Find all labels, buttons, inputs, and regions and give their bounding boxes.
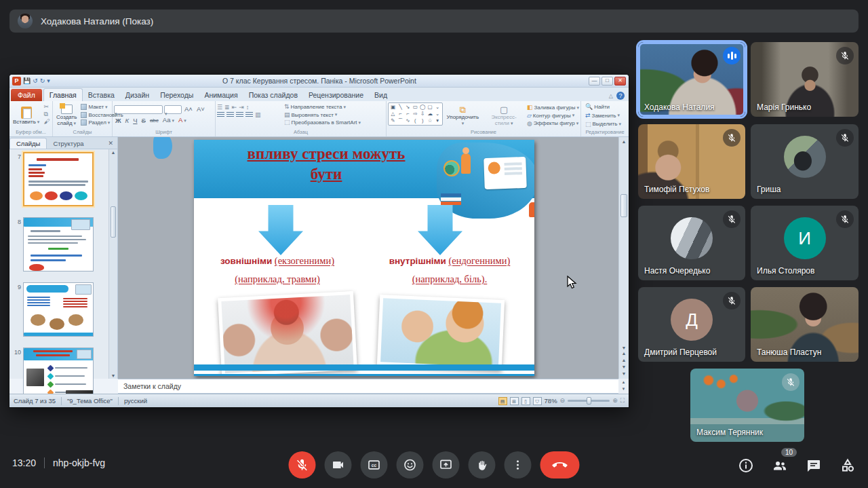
- raise-hand-button[interactable]: [469, 451, 496, 478]
- copy-icon[interactable]: ⧉: [43, 111, 50, 117]
- previous-slide-icon[interactable]: ▲▲: [619, 350, 629, 364]
- tab-view[interactable]: Вид: [369, 89, 393, 101]
- minimize-button[interactable]: —: [589, 77, 600, 86]
- participant-tile-grisha[interactable]: Гриша: [751, 124, 859, 199]
- justify-icon[interactable]: [245, 112, 253, 118]
- participants-button[interactable]: 10: [772, 457, 788, 474]
- scroll-up-icon[interactable]: ▲: [619, 138, 629, 145]
- tab-animations[interactable]: Анимация: [199, 89, 243, 101]
- text-direction-button[interactable]: ⇅Направление текста: [284, 104, 361, 111]
- tab-file[interactable]: Файл: [11, 89, 42, 101]
- align-center-icon[interactable]: [226, 112, 234, 118]
- tab-insert[interactable]: Вставка: [83, 89, 120, 101]
- ppt-titlebar[interactable]: P 💾 ↺ ↻ ▾ О 7 клас Керування стресом. Па…: [9, 75, 629, 88]
- meeting-details-button[interactable]: [738, 457, 754, 474]
- more-options-button[interactable]: [505, 451, 532, 478]
- fit-to-window-icon[interactable]: ⛶: [620, 398, 625, 404]
- underline-button[interactable]: Ч: [132, 116, 138, 126]
- pane-tab-slides[interactable]: Слайды: [9, 138, 47, 149]
- next-slide-icon[interactable]: ▼▼: [619, 364, 629, 377]
- participant-tile-maria[interactable]: Марія Гринько: [751, 42, 859, 117]
- presenter-banner[interactable]: Ходакова Наталия (Показ): [9, 10, 859, 33]
- notes-scrollbar[interactable]: ▲▼: [618, 379, 629, 394]
- shapes-gallery[interactable]: ▣╲↘▭◯▢⌄ △⌐⌐⇨⇩☁⌄ ✎⌒∿()☆▾: [388, 102, 443, 126]
- tab-design[interactable]: Дизайн: [120, 89, 155, 101]
- font-size-combo[interactable]: [164, 105, 182, 114]
- shape-outline-button[interactable]: ▱Контур фигуры: [527, 113, 579, 119]
- participant-tile-tymofiy[interactable]: Тимофій Пєтухов: [638, 124, 745, 199]
- smartart-button[interactable]: ⬚Преобразовать в SmartArt: [284, 119, 361, 126]
- scroll-down-icon[interactable]: ▼: [109, 373, 117, 378]
- font-name-combo[interactable]: [114, 105, 163, 114]
- minimize-ribbon-icon[interactable]: △: [609, 93, 613, 99]
- current-slide[interactable]: впливу стреси можутьбути зовнішніми (екз…: [194, 140, 534, 376]
- captions-button[interactable]: cc: [361, 451, 388, 478]
- bullets-icon[interactable]: ☰: [217, 105, 222, 111]
- slideshow-view-icon[interactable]: ⛉: [533, 397, 542, 405]
- camera-button[interactable]: [325, 451, 352, 478]
- tab-home[interactable]: Главная: [43, 88, 83, 101]
- align-left-icon[interactable]: [217, 112, 224, 118]
- zoom-slider-knob[interactable]: [587, 397, 591, 405]
- participant-tile-tanyusha[interactable]: Танюша Пластун: [751, 287, 859, 362]
- maximize-button[interactable]: □: [601, 77, 613, 86]
- select-button[interactable]: ⬚Выделить: [585, 121, 621, 128]
- slide-canvas[interactable]: впливу стреси можутьбути зовнішніми (екз…: [118, 137, 618, 379]
- shapes-scroll2-icon[interactable]: ⌄: [435, 111, 439, 117]
- notes-pane[interactable]: Заметки к слайду: [118, 379, 618, 394]
- tab-review[interactable]: Рецензирование: [303, 89, 369, 101]
- format-painter-icon[interactable]: 🖌: [43, 119, 50, 125]
- align-right-icon[interactable]: [236, 112, 243, 118]
- pane-close-icon[interactable]: ✕: [104, 140, 117, 149]
- shape-fill-button[interactable]: ◧Заливка фигуры: [527, 105, 579, 111]
- participant-tile-maksym[interactable]: Максим Терянник: [690, 369, 804, 442]
- bold-button[interactable]: Ж: [114, 116, 123, 126]
- scroll-up-icon[interactable]: ▲: [109, 150, 117, 155]
- tab-transitions[interactable]: Переходы: [155, 89, 199, 101]
- shrink-font-icon[interactable]: A˅: [195, 105, 206, 114]
- pane-tab-outline[interactable]: Структура: [47, 138, 90, 149]
- cut-icon[interactable]: ✂: [43, 104, 50, 110]
- sorter-view-icon[interactable]: ⊞: [510, 397, 519, 405]
- participant-tile-dmitriy[interactable]: Д Дмитрий Перцевой: [638, 287, 745, 362]
- scroll-thumb[interactable]: [620, 194, 627, 217]
- redo-icon[interactable]: ↻: [40, 78, 45, 84]
- grow-font-icon[interactable]: A˄: [183, 105, 194, 114]
- strikethrough-button[interactable]: S: [140, 116, 147, 126]
- reading-view-icon[interactable]: ▯: [521, 397, 530, 405]
- participant-tile-nastya[interactable]: Настя Очередько: [638, 206, 745, 280]
- microphone-button[interactable]: [289, 451, 316, 478]
- participant-tile-hodakova[interactable]: Ходакова Наталия: [638, 42, 745, 117]
- indent-decrease-icon[interactable]: ⇤: [232, 105, 237, 111]
- shapes-scroll-icon[interactable]: ⌄: [435, 105, 439, 110]
- slide-thumbnail-9[interactable]: 9: [12, 282, 94, 337]
- tab-slideshow[interactable]: Показ слайдов: [243, 89, 303, 101]
- help-icon[interactable]: ?: [616, 92, 625, 100]
- chat-button[interactable]: [806, 457, 822, 474]
- slide-thumbnail-8[interactable]: 8: [12, 217, 94, 271]
- paste-button[interactable]: Вставить: [11, 102, 41, 129]
- slide-thumbnail-7[interactable]: 7: [12, 152, 94, 206]
- new-slide-button[interactable]: Создать слайд: [54, 102, 79, 129]
- arrange-button[interactable]: ⧉ Упорядочить: [445, 102, 481, 129]
- zoom-out-icon[interactable]: ⊖: [560, 398, 566, 404]
- status-language[interactable]: русский: [124, 397, 147, 405]
- replace-button[interactable]: ⇄Заменить: [585, 113, 621, 119]
- save-icon[interactable]: 💾: [23, 78, 31, 84]
- present-button[interactable]: [433, 451, 460, 478]
- close-button[interactable]: ✕: [614, 77, 626, 86]
- pane-scroll-thumb[interactable]: [111, 206, 116, 238]
- activities-button[interactable]: [840, 457, 856, 474]
- normal-view-icon[interactable]: ▤: [498, 397, 507, 405]
- indent-increase-icon[interactable]: ⇥: [239, 105, 244, 111]
- change-case-button[interactable]: Аа: [161, 115, 176, 126]
- zoom-slider[interactable]: [568, 400, 610, 402]
- numbering-icon[interactable]: ≣: [224, 105, 230, 111]
- undo-icon[interactable]: ↺: [33, 78, 38, 84]
- slide-scrollbar[interactable]: ▲ ▼ ▲▲ ▼▼: [618, 137, 629, 379]
- participant-tile-ilya[interactable]: И Илья Столяров: [751, 206, 859, 280]
- align-text-button[interactable]: ▤Выровнять текст: [284, 112, 361, 119]
- powerpoint-logo-icon[interactable]: P: [12, 77, 21, 86]
- line-spacing-icon[interactable]: ↕: [246, 105, 250, 111]
- zoom-in-icon[interactable]: ⊕: [612, 398, 618, 404]
